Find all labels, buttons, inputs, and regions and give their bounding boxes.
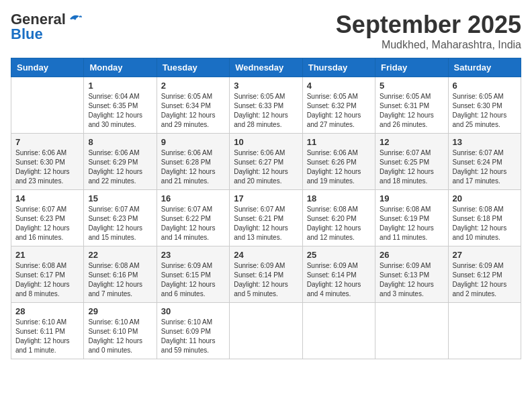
day-info: Sunrise: 6:06 AM Sunset: 6:28 PM Dayligh…: [161, 148, 225, 186]
table-row: 28Sunrise: 6:10 AM Sunset: 6:11 PM Dayli…: [11, 303, 84, 359]
day-info: Sunrise: 6:05 AM Sunset: 6:31 PM Dayligh…: [380, 92, 443, 130]
table-row: 21Sunrise: 6:08 AM Sunset: 6:17 PM Dayli…: [11, 246, 84, 303]
table-row: [375, 303, 448, 359]
calendar-header-row: Sunday Monday Tuesday Wednesday Thursday…: [11, 58, 521, 77]
table-row: 6Sunrise: 6:05 AM Sunset: 6:30 PM Daylig…: [448, 77, 521, 134]
day-number: 18: [307, 193, 371, 203]
day-number: 4: [307, 81, 371, 91]
day-number: 3: [234, 81, 298, 91]
day-number: 10: [234, 137, 298, 147]
day-number: 30: [161, 306, 225, 316]
logo: General Blue: [11, 11, 82, 43]
day-number: 27: [453, 250, 517, 260]
day-number: 9: [161, 137, 225, 147]
day-number: 20: [453, 193, 517, 203]
logo-bird-icon: [67, 13, 82, 26]
day-info: Sunrise: 6:07 AM Sunset: 6:23 PM Dayligh…: [15, 205, 79, 242]
table-row: 30Sunrise: 6:10 AM Sunset: 6:09 PM Dayli…: [157, 303, 229, 359]
day-number: 24: [234, 250, 298, 260]
day-info: Sunrise: 6:10 AM Sunset: 6:09 PM Dayligh…: [161, 318, 225, 355]
day-info: Sunrise: 6:08 AM Sunset: 6:18 PM Dayligh…: [453, 205, 517, 242]
day-number: 13: [453, 137, 517, 147]
day-info: Sunrise: 6:05 AM Sunset: 6:33 PM Dayligh…: [234, 92, 298, 130]
day-info: Sunrise: 6:06 AM Sunset: 6:29 PM Dayligh…: [88, 148, 152, 186]
col-saturday: Saturday: [448, 58, 521, 77]
day-info: Sunrise: 6:06 AM Sunset: 6:26 PM Dayligh…: [307, 148, 371, 186]
table-row: 7Sunrise: 6:06 AM Sunset: 6:30 PM Daylig…: [11, 134, 84, 190]
day-number: 19: [380, 193, 443, 203]
logo-blue-text: Blue: [11, 26, 43, 43]
day-number: 11: [307, 137, 371, 147]
col-sunday: Sunday: [11, 58, 84, 77]
day-number: 6: [453, 81, 517, 91]
table-row: 2Sunrise: 6:05 AM Sunset: 6:34 PM Daylig…: [157, 77, 229, 134]
table-row: [230, 303, 302, 359]
table-row: 15Sunrise: 6:07 AM Sunset: 6:23 PM Dayli…: [84, 190, 157, 246]
table-row: 5Sunrise: 6:05 AM Sunset: 6:31 PM Daylig…: [375, 77, 448, 134]
day-number: 21: [15, 250, 79, 260]
day-number: 2: [161, 81, 225, 91]
table-row: 4Sunrise: 6:05 AM Sunset: 6:32 PM Daylig…: [302, 77, 375, 134]
day-info: Sunrise: 6:08 AM Sunset: 6:20 PM Dayligh…: [307, 205, 371, 242]
day-info: Sunrise: 6:05 AM Sunset: 6:34 PM Dayligh…: [161, 92, 225, 130]
col-wednesday: Wednesday: [230, 58, 302, 77]
day-info: Sunrise: 6:07 AM Sunset: 6:23 PM Dayligh…: [88, 205, 152, 242]
table-row: 16Sunrise: 6:07 AM Sunset: 6:22 PM Dayli…: [157, 190, 229, 246]
calendar-week-row: 7Sunrise: 6:06 AM Sunset: 6:30 PM Daylig…: [11, 134, 521, 190]
calendar-week-row: 14Sunrise: 6:07 AM Sunset: 6:23 PM Dayli…: [11, 190, 521, 246]
day-number: 12: [380, 137, 443, 147]
day-info: Sunrise: 6:07 AM Sunset: 6:24 PM Dayligh…: [453, 148, 517, 186]
day-info: Sunrise: 6:09 AM Sunset: 6:14 PM Dayligh…: [307, 261, 371, 299]
table-row: 24Sunrise: 6:09 AM Sunset: 6:14 PM Dayli…: [230, 246, 302, 303]
col-friday: Friday: [375, 58, 448, 77]
day-number: 22: [88, 250, 152, 260]
table-row: 14Sunrise: 6:07 AM Sunset: 6:23 PM Dayli…: [11, 190, 84, 246]
day-info: Sunrise: 6:04 AM Sunset: 6:35 PM Dayligh…: [88, 92, 152, 130]
day-number: 15: [88, 193, 152, 203]
table-row: 10Sunrise: 6:06 AM Sunset: 6:27 PM Dayli…: [230, 134, 302, 190]
calendar-week-row: 28Sunrise: 6:10 AM Sunset: 6:11 PM Dayli…: [11, 303, 521, 359]
day-info: Sunrise: 6:08 AM Sunset: 6:17 PM Dayligh…: [15, 261, 79, 299]
table-row: 3Sunrise: 6:05 AM Sunset: 6:33 PM Daylig…: [230, 77, 302, 134]
table-row: 22Sunrise: 6:08 AM Sunset: 6:16 PM Dayli…: [84, 246, 157, 303]
col-tuesday: Tuesday: [157, 58, 229, 77]
calendar-week-row: 21Sunrise: 6:08 AM Sunset: 6:17 PM Dayli…: [11, 246, 521, 303]
day-info: Sunrise: 6:10 AM Sunset: 6:11 PM Dayligh…: [15, 318, 79, 355]
col-thursday: Thursday: [302, 58, 375, 77]
table-row: [302, 303, 375, 359]
day-info: Sunrise: 6:07 AM Sunset: 6:22 PM Dayligh…: [161, 205, 225, 242]
day-info: Sunrise: 6:09 AM Sunset: 6:15 PM Dayligh…: [161, 261, 225, 299]
day-info: Sunrise: 6:07 AM Sunset: 6:25 PM Dayligh…: [380, 148, 443, 186]
day-number: 23: [161, 250, 225, 260]
table-row: 18Sunrise: 6:08 AM Sunset: 6:20 PM Dayli…: [302, 190, 375, 246]
day-number: 25: [307, 250, 371, 260]
day-info: Sunrise: 6:05 AM Sunset: 6:32 PM Dayligh…: [307, 92, 371, 130]
day-number: 1: [88, 81, 152, 91]
day-number: 17: [234, 193, 298, 203]
day-info: Sunrise: 6:07 AM Sunset: 6:21 PM Dayligh…: [234, 205, 298, 242]
table-row: 13Sunrise: 6:07 AM Sunset: 6:24 PM Dayli…: [448, 134, 521, 190]
header: General Blue September 2025 Mudkhed, Mah…: [11, 11, 521, 51]
table-row: 27Sunrise: 6:09 AM Sunset: 6:12 PM Dayli…: [448, 246, 521, 303]
day-info: Sunrise: 6:08 AM Sunset: 6:16 PM Dayligh…: [88, 261, 152, 299]
col-monday: Monday: [84, 58, 157, 77]
table-row: 19Sunrise: 6:08 AM Sunset: 6:19 PM Dayli…: [375, 190, 448, 246]
day-number: 5: [380, 81, 443, 91]
day-number: 7: [15, 137, 79, 147]
table-row: 26Sunrise: 6:09 AM Sunset: 6:13 PM Dayli…: [375, 246, 448, 303]
table-row: 12Sunrise: 6:07 AM Sunset: 6:25 PM Dayli…: [375, 134, 448, 190]
day-number: 14: [15, 193, 79, 203]
calendar-week-row: 1Sunrise: 6:04 AM Sunset: 6:35 PM Daylig…: [11, 77, 521, 134]
calendar: Sunday Monday Tuesday Wednesday Thursday…: [11, 58, 521, 359]
day-number: 26: [380, 250, 443, 260]
day-number: 28: [15, 306, 79, 316]
table-row: 11Sunrise: 6:06 AM Sunset: 6:26 PM Dayli…: [302, 134, 375, 190]
table-row: 8Sunrise: 6:06 AM Sunset: 6:29 PM Daylig…: [84, 134, 157, 190]
day-info: Sunrise: 6:06 AM Sunset: 6:27 PM Dayligh…: [234, 148, 298, 186]
day-info: Sunrise: 6:10 AM Sunset: 6:10 PM Dayligh…: [88, 318, 152, 355]
day-number: 29: [88, 306, 152, 316]
table-row: [11, 77, 84, 134]
day-info: Sunrise: 6:08 AM Sunset: 6:19 PM Dayligh…: [380, 205, 443, 242]
day-info: Sunrise: 6:09 AM Sunset: 6:14 PM Dayligh…: [234, 261, 298, 299]
table-row: [448, 303, 521, 359]
